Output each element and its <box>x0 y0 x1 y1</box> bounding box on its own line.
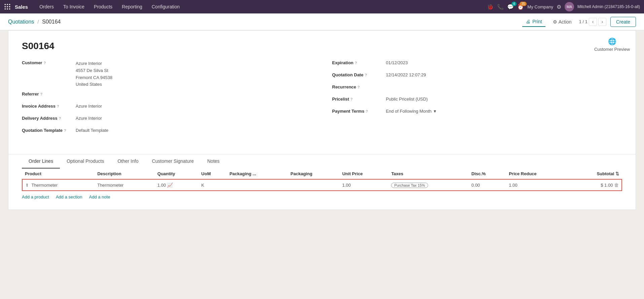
printer-icon: 🖨 <box>526 19 530 24</box>
col-product: Product <box>22 169 94 179</box>
pricelist-help-icon[interactable]: ? <box>350 97 353 101</box>
app-logo[interactable] <box>4 3 11 10</box>
menu-to-invoice[interactable]: To Invoice <box>59 0 89 13</box>
subtotal-sort-icon[interactable]: ⇅ <box>615 171 619 176</box>
tabs-container: Order Lines Optional Products Other Info… <box>8 154 636 169</box>
customer-preview-button[interactable]: 🌐 Customer Preview <box>589 31 636 59</box>
referrer-label: Referrer ? <box>22 91 76 97</box>
activity-badge: 35 <box>520 2 527 6</box>
row-drag-handle[interactable]: ⬆ <box>25 183 29 188</box>
svg-rect-0 <box>5 4 6 5</box>
delete-row-icon[interactable]: 🗑 <box>614 182 619 188</box>
pricelist-field-row: Pricelist ? Public Pricelist (USD) <box>332 96 622 105</box>
pager-next[interactable]: › <box>598 18 606 26</box>
company-name[interactable]: My Company <box>527 4 553 9</box>
pricelist-value[interactable]: Public Pricelist (USD) <box>386 96 622 102</box>
recurrence-value[interactable] <box>386 84 622 84</box>
taxes-cell[interactable]: Purchase Tax 15% <box>388 179 468 191</box>
globe-icon: 🌐 <box>608 37 616 45</box>
form-right-col: Expiration ? 01/12/2023 Quotation Date ?… <box>332 60 622 139</box>
app-name[interactable]: Sales <box>15 4 28 10</box>
svg-rect-2 <box>9 4 10 5</box>
description-cell[interactable]: Thermometer <box>94 179 155 191</box>
svg-rect-1 <box>7 4 8 5</box>
referrer-value[interactable] <box>76 91 312 91</box>
payment-terms-field-row: Payment Terms ? End of Following Month ▼ <box>332 108 622 117</box>
phone-icon[interactable]: 📞 <box>497 4 504 10</box>
chat-icon[interactable]: 💬 4 <box>507 4 514 10</box>
breadcrumb-parent[interactable]: Quotations <box>8 19 34 25</box>
action-button[interactable]: ⚙ Action <box>550 17 575 27</box>
recurrence-help-icon[interactable]: ? <box>357 85 360 89</box>
username[interactable]: Mitchell Admin (21847185-16-0-all) <box>577 4 640 9</box>
disc-cell[interactable]: 0.00 <box>469 179 506 191</box>
qdate-help-icon[interactable]: ? <box>365 73 367 77</box>
subtotal-cell: $ 1.00 🗑 <box>569 179 622 191</box>
packaging-cell <box>288 179 340 191</box>
delivery-address-field-row: Delivery Address ? Azure Interior <box>22 115 312 124</box>
add-section-link[interactable]: Add a section <box>56 194 82 199</box>
pager-prev[interactable]: ‹ <box>589 18 597 26</box>
chat-badge: 4 <box>512 2 517 6</box>
menu-configuration[interactable]: Configuration <box>147 0 184 13</box>
top-navigation: Sales Orders To Invoice Products Reporti… <box>0 0 644 13</box>
tab-customer-signature[interactable]: Customer Signature <box>145 154 201 169</box>
table-body: ⬆ Thermometer Thermometer 1.00 📈 K 1.00 <box>22 179 622 191</box>
referrer-help-icon[interactable]: ? <box>40 92 43 96</box>
menu-reporting[interactable]: Reporting <box>117 0 147 13</box>
breadcrumb-bar: Quotations / S00164 🖨 Print ⚙ Action 1 /… <box>0 13 644 30</box>
svg-rect-3 <box>5 6 6 7</box>
tab-other-info[interactable]: Other Info <box>111 154 145 169</box>
breadcrumb-actions: 🖨 Print ⚙ Action 1 / 1 ‹ › Create <box>522 17 636 27</box>
invoice-address-value[interactable]: Azure Interior <box>76 103 312 109</box>
forecast-icon[interactable]: 📈 <box>167 182 173 188</box>
main-menu: Orders To Invoice Products Reporting Con… <box>35 0 184 13</box>
col-subtotal: Subtotal ⇅ <box>569 169 622 179</box>
expiration-help-icon[interactable]: ? <box>355 61 357 65</box>
unit-price-cell[interactable]: 1.00 <box>340 179 389 191</box>
customer-value[interactable]: Azure Interior 4557 De Silva St Fremont … <box>76 60 312 88</box>
invoice-address-field-row: Invoice Address ? Azure Interior <box>22 103 312 112</box>
breadcrumb-separator: / <box>37 19 39 25</box>
table-row[interactable]: ⬆ Thermometer Thermometer 1.00 📈 K 1.00 <box>22 179 622 191</box>
tax-badge[interactable]: Purchase Tax 15% <box>391 183 428 188</box>
customer-preview-label: Customer Preview <box>594 47 630 52</box>
add-product-link[interactable]: Add a product <box>22 194 49 199</box>
quotation-template-field-row: Quotation Template ? Default Template <box>22 127 312 137</box>
quantity-cell[interactable]: 1.00 📈 <box>155 179 199 191</box>
expiration-value[interactable]: 01/12/2023 <box>386 60 622 65</box>
avatar[interactable]: MA <box>565 2 574 11</box>
bug-icon[interactable]: 🐞 <box>487 4 494 10</box>
payment-terms-dropdown-icon[interactable]: ▼ <box>433 109 437 114</box>
add-note-link[interactable]: Add a note <box>89 194 110 199</box>
row-handle-cell: ⬆ Thermometer <box>22 179 94 191</box>
create-button[interactable]: Create <box>610 17 636 27</box>
tab-notes[interactable]: Notes <box>200 154 226 169</box>
svg-rect-6 <box>5 8 6 9</box>
template-help-icon[interactable]: ? <box>64 128 66 133</box>
form-left-col: Customer ? Azure Interior 4557 De Silva … <box>22 60 312 139</box>
activity-icon[interactable]: ⏰ 35 <box>517 4 524 10</box>
settings-icon[interactable]: ⚙ <box>557 4 561 10</box>
tab-order-lines[interactable]: Order Lines <box>22 154 60 169</box>
print-button[interactable]: 🖨 Print <box>522 17 545 27</box>
payment-help-icon[interactable]: ? <box>366 109 368 113</box>
delivery-help-icon[interactable]: ? <box>59 116 61 120</box>
customer-help-icon[interactable]: ? <box>44 61 46 65</box>
product-name[interactable]: Thermometer <box>31 183 58 188</box>
invoice-help-icon[interactable]: ? <box>57 104 59 108</box>
payment-terms-value[interactable]: End of Following Month ▼ <box>386 108 622 114</box>
menu-products[interactable]: Products <box>89 0 117 13</box>
price-reduce-cell[interactable]: 1.00 <box>506 179 569 191</box>
quotation-template-value[interactable]: Default Template <box>76 127 312 133</box>
quotation-date-label: Quotation Date ? <box>332 72 386 77</box>
tab-optional-products[interactable]: Optional Products <box>60 154 111 169</box>
uom-cell[interactable]: K <box>199 179 227 191</box>
menu-orders[interactable]: Orders <box>35 0 59 13</box>
quotation-date-value[interactable]: 12/14/2022 12:07:29 <box>386 72 622 77</box>
form-card: 🌐 Customer Preview S00164 Customer ? Azu… <box>8 30 636 210</box>
pager: 1 / 1 ‹ › <box>579 18 606 26</box>
delivery-address-value[interactable]: Azure Interior <box>76 115 312 121</box>
quotation-date-field-row: Quotation Date ? 12/14/2022 12:07:29 <box>332 72 622 81</box>
svg-rect-4 <box>7 6 8 7</box>
